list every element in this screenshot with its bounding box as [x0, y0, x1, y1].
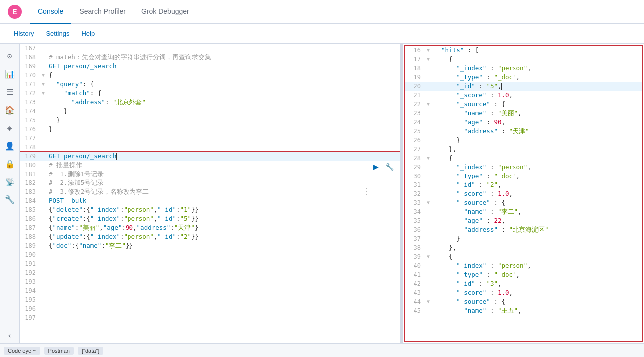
sub-nav-history[interactable]: History [8, 24, 40, 44]
fold-icon[interactable] [425, 270, 432, 279]
fold-icon[interactable] [40, 161, 47, 170]
left-code-line[interactable]: 175 } [20, 116, 400, 125]
fold-icon[interactable] [425, 127, 432, 136]
tab-grok-debugger[interactable]: Grok Debugger [133, 0, 197, 24]
fold-icon[interactable]: ▼ [40, 89, 47, 98]
fold-icon[interactable] [40, 295, 47, 304]
fold-icon[interactable] [40, 62, 47, 71]
taskbar-item-postman[interactable]: Postman [44, 347, 74, 355]
left-code-line[interactable]: 189{"doc":{"name":"李二"}} [20, 241, 400, 250]
left-code-line[interactable]: 167 [20, 44, 400, 53]
fold-icon[interactable] [425, 234, 432, 243]
fold-icon[interactable]: ▼ [425, 154, 432, 163]
fold-icon[interactable] [40, 152, 47, 161]
fold-icon[interactable] [40, 277, 47, 286]
fold-icon[interactable] [425, 172, 432, 180]
context-menu-icon[interactable]: ⋮ [363, 187, 371, 196]
fold-icon[interactable] [40, 250, 47, 259]
fold-icon[interactable] [40, 241, 47, 250]
left-code-line[interactable]: 190 [20, 250, 400, 259]
fold-icon[interactable] [425, 261, 432, 270]
left-code-line[interactable]: 174 } [20, 107, 400, 116]
fold-icon[interactable] [40, 268, 47, 277]
left-code-line[interactable]: 194 [20, 286, 400, 295]
fold-icon[interactable] [425, 180, 432, 189]
fold-icon[interactable]: ▼ [425, 55, 432, 64]
right-code-viewer[interactable]: 16▼ "hits" : [17▼ {18 "_index" : "person… [405, 46, 642, 341]
fold-icon[interactable] [40, 134, 47, 143]
left-code-line[interactable]: 196 [20, 304, 400, 313]
fold-icon[interactable] [40, 196, 47, 205]
fold-icon[interactable] [425, 109, 432, 118]
fold-icon[interactable] [425, 243, 432, 252]
left-code-line[interactable]: 181# 1.删除1号记录 [20, 170, 400, 178]
fold-icon[interactable] [425, 306, 432, 315]
taskbar-item-codeeye[interactable]: Code eye ~ [4, 347, 40, 355]
fold-icon[interactable] [40, 178, 47, 187]
fold-icon[interactable]: ▼ [425, 46, 432, 55]
fold-icon[interactable] [425, 279, 432, 288]
fold-icon[interactable] [40, 223, 47, 232]
fold-icon[interactable]: ▼ [425, 297, 432, 306]
fold-icon[interactable] [40, 125, 47, 134]
fold-icon[interactable] [425, 288, 432, 297]
taskbar-item-data[interactable]: ["data"] [78, 347, 103, 355]
fold-icon[interactable]: ▼ [40, 71, 47, 80]
left-code-line[interactable]: 197 [20, 313, 400, 322]
fold-icon[interactable] [40, 170, 47, 178]
fold-icon[interactable] [40, 98, 47, 107]
fold-icon[interactable] [425, 91, 432, 100]
left-code-line[interactable]: 178 [20, 143, 400, 152]
pane-divider[interactable] [401, 44, 403, 343]
left-code-line[interactable]: 179GET person/_search▶🔧 [20, 152, 400, 161]
left-code-line[interactable]: 180# 批量操作 [20, 161, 400, 170]
left-code-line[interactable]: 185{"delete":{"_index":"person","_id":"1… [20, 205, 400, 214]
fold-icon[interactable] [425, 225, 432, 234]
code-editor[interactable]: 167168# mateh：先会对查询的字符串进行分词，再查询求交集169GET… [20, 44, 400, 343]
left-code-line[interactable]: 168# mateh：先会对查询的字符串进行分词，再查询求交集 [20, 53, 400, 62]
fold-icon[interactable] [40, 205, 47, 214]
sidebar-icon-4[interactable]: 🏠 [2, 102, 18, 118]
fold-icon[interactable] [425, 216, 432, 225]
tab-search-profiler[interactable]: Search Profiler [71, 0, 133, 24]
fold-icon[interactable] [40, 304, 47, 313]
left-code-line[interactable]: 173 "address": "北京外套" [20, 98, 400, 107]
fold-icon[interactable] [40, 214, 47, 223]
left-code-line[interactable]: 183# 3.修改2号记录，名称改为李二⋮ [20, 187, 400, 196]
fold-icon[interactable] [425, 207, 432, 216]
fold-icon[interactable] [425, 82, 432, 91]
fold-icon[interactable]: ▼ [425, 198, 432, 207]
sidebar-icon-bottom[interactable]: ‹ [2, 327, 18, 343]
fold-icon[interactable] [425, 189, 432, 198]
left-code-line[interactable]: 191 [20, 259, 400, 268]
sidebar-icon-3[interactable]: ☰ [2, 84, 18, 100]
tab-console[interactable]: Console [30, 0, 71, 24]
left-code-line[interactable]: 182# 2.添加5号记录 [20, 178, 400, 187]
left-code-line[interactable]: 172▼ "match": { [20, 89, 400, 98]
fold-icon[interactable] [425, 145, 432, 154]
fold-icon[interactable] [40, 232, 47, 241]
fold-icon[interactable] [425, 64, 432, 73]
left-code-line[interactable]: 192 [20, 268, 400, 277]
left-code-line[interactable]: 171▼ "query": { [20, 80, 400, 89]
fold-icon[interactable] [40, 53, 47, 62]
left-code-line[interactable]: 193 [20, 277, 400, 286]
sidebar-icon-6[interactable]: 👤 [2, 138, 18, 154]
fold-icon[interactable] [40, 143, 47, 152]
left-code-line[interactable]: 187{"name":"美丽","age":90,"address":"天津"} [20, 223, 400, 232]
left-code-line[interactable]: 177 [20, 134, 400, 143]
left-code-line[interactable]: 169GET person/_search [20, 62, 400, 71]
sidebar-icon-9[interactable]: 🔧 [2, 191, 18, 207]
fold-icon[interactable] [425, 136, 432, 145]
left-code-line[interactable]: 188{"update":{"_index":"person","_id":"2… [20, 232, 400, 241]
sidebar-icon-8[interactable]: 📡 [2, 174, 18, 189]
fold-icon[interactable]: ▼ [425, 252, 432, 261]
sidebar-icon-2[interactable]: 📊 [2, 66, 18, 82]
left-code-line[interactable]: 176} [20, 125, 400, 134]
left-code-line[interactable]: 170▼{ [20, 71, 400, 80]
fold-icon[interactable] [40, 259, 47, 268]
fold-icon[interactable] [40, 44, 47, 53]
fold-icon[interactable] [40, 286, 47, 295]
left-code-line[interactable]: 184POST _bulk [20, 196, 400, 205]
fold-icon[interactable]: ▼ [425, 100, 432, 109]
